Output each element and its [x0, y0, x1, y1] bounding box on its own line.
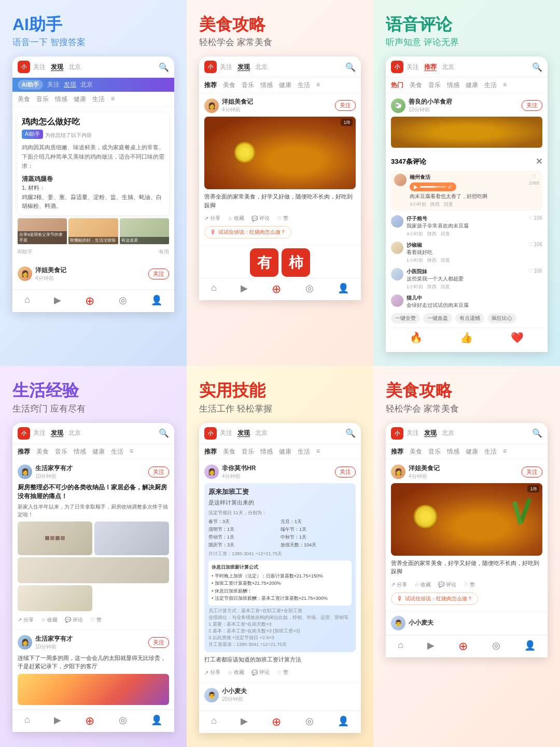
- nav-food-3[interactable]: 美食: [410, 81, 422, 90]
- tab-city-2[interactable]: 北京: [255, 63, 268, 72]
- tab-discover-1[interactable]: 发现: [51, 63, 63, 72]
- nav-play-2[interactable]: ▶: [241, 283, 248, 296]
- action-comment-6[interactable]: 💬 评论: [438, 581, 456, 588]
- follow-btn-3[interactable]: 关注: [522, 100, 542, 111]
- search-icon-2[interactable]: 🔍: [345, 62, 356, 72]
- action-collect-5[interactable]: ☆ 收藏: [228, 669, 244, 676]
- tag-2[interactable]: 有点遗憾: [455, 313, 484, 323]
- nav-food-2[interactable]: 美食: [223, 81, 235, 90]
- nav-home-4[interactable]: ⌂: [24, 714, 30, 728]
- nav-music-6[interactable]: 音乐: [428, 447, 441, 456]
- search-icon-5[interactable]: 🔍: [345, 428, 356, 438]
- nav-profile-6[interactable]: 👤: [524, 640, 536, 653]
- nav-menu-3[interactable]: ≡: [503, 81, 507, 90]
- reaction-fire[interactable]: 🔥: [410, 331, 423, 344]
- nav-add-5[interactable]: ⊕: [272, 715, 281, 729]
- comment-username-0[interactable]: 楠州食活: [410, 174, 526, 181]
- nav-life-4[interactable]: 生活: [111, 447, 123, 456]
- reply-btn-0[interactable]: 回复: [444, 201, 453, 208]
- ai-useful[interactable]: 有用: [159, 248, 169, 256]
- nav-menu-1[interactable]: ≡: [111, 95, 115, 104]
- nav-discover-icon-4[interactable]: ◎: [119, 714, 127, 728]
- action-comment-4[interactable]: 💬 评论: [65, 616, 83, 624]
- nav-discover-icon-6[interactable]: ◎: [492, 640, 500, 653]
- nav-add-6[interactable]: ⊕: [458, 640, 468, 653]
- nav-recommend-5[interactable]: 推荐: [204, 447, 217, 456]
- nav-home-1[interactable]: ⌂: [24, 294, 30, 308]
- thumb-3[interactable]: 有这道菜: [120, 218, 169, 244]
- nav-profile-4[interactable]: 👤: [151, 714, 162, 728]
- nav-music-4[interactable]: 音乐: [55, 447, 67, 456]
- nav-hot-3[interactable]: 热门: [391, 81, 403, 90]
- nav-home-6[interactable]: ⌂: [398, 640, 403, 653]
- nav-food-5[interactable]: 美食: [223, 447, 235, 456]
- tab-follow-3[interactable]: 关注: [407, 63, 419, 72]
- nav-menu-4[interactable]: ≡: [130, 447, 133, 456]
- author-name-3[interactable]: 善良的小羊食府: [409, 97, 452, 106]
- nav-health-2[interactable]: 健康: [279, 81, 291, 90]
- nav-life-5[interactable]: 生活: [298, 447, 310, 456]
- nav-profile-1[interactable]: 👤: [151, 294, 162, 308]
- nav-health-4[interactable]: 健康: [92, 447, 105, 456]
- nav-emotion-1[interactable]: 情感: [55, 95, 67, 104]
- nav-food-1[interactable]: 美食: [18, 95, 30, 104]
- tab-recommend-3[interactable]: 推荐: [424, 63, 437, 72]
- comments-close[interactable]: ✕: [536, 157, 542, 166]
- follow-btn-1[interactable]: 关注: [148, 269, 169, 279]
- nav-life-1[interactable]: 生活: [92, 95, 105, 104]
- action-like-2[interactable]: ♡ 赞: [277, 215, 288, 222]
- nav-emotion-3[interactable]: 情感: [447, 81, 459, 90]
- nav-discover-icon-1[interactable]: ◎: [119, 294, 127, 308]
- author-name-5b[interactable]: 小小麦夫: [222, 687, 247, 696]
- reaction-like[interactable]: 👍: [460, 331, 473, 344]
- search-icon-3[interactable]: 🔍: [532, 62, 542, 72]
- nav-menu-6[interactable]: ≡: [503, 447, 507, 456]
- tab-city-5[interactable]: 北京: [255, 429, 268, 438]
- nav-recommend-2[interactable]: 推荐: [204, 81, 217, 90]
- search-icon-4[interactable]: 🔍: [159, 428, 169, 438]
- nav-health-3[interactable]: 健康: [466, 81, 478, 90]
- nav-discover-icon-2[interactable]: ◎: [305, 283, 314, 296]
- nav-emotion-2[interactable]: 情感: [260, 81, 273, 90]
- ai-tab-active[interactable]: AI助手: [18, 80, 43, 90]
- voice-hint-2[interactable]: 🎙 试试住侦说：红烧肉怎么做？: [204, 226, 291, 238]
- tag-1[interactable]: 一键血盘: [423, 313, 452, 323]
- tab-discover-ai[interactable]: 发现: [64, 80, 76, 89]
- reaction-heart[interactable]: ❤️: [511, 331, 524, 344]
- action-collect-2[interactable]: ☆ 收藏: [228, 215, 244, 222]
- tab-follow-ai[interactable]: 关注: [47, 80, 60, 89]
- tab-discover-6[interactable]: 发现: [424, 429, 437, 438]
- nav-emotion-5[interactable]: 情感: [260, 447, 273, 456]
- nav-life-3[interactable]: 生活: [484, 81, 497, 90]
- action-comment-2[interactable]: 💬 评论: [251, 215, 270, 222]
- action-collect-4[interactable]: ☆ 收藏: [41, 616, 58, 624]
- follow-btn-4b[interactable]: 关注: [148, 637, 169, 648]
- author-name-4b[interactable]: 生活家亨有才: [35, 635, 73, 643]
- tab-city-4[interactable]: 北京: [68, 429, 81, 438]
- nav-discover-icon-5[interactable]: ◎: [305, 715, 314, 729]
- action-share-2[interactable]: ↗ 分享: [204, 215, 220, 222]
- nav-music-5[interactable]: 音乐: [242, 447, 254, 456]
- nav-emotion-6[interactable]: 情感: [447, 447, 459, 456]
- tab-follow-1[interactable]: 关注: [33, 63, 46, 72]
- nav-music-2[interactable]: 音乐: [242, 81, 254, 90]
- tab-discover-4[interactable]: 发现: [51, 429, 63, 438]
- nav-music-3[interactable]: 音乐: [428, 81, 441, 90]
- tab-discover-2[interactable]: 发现: [237, 63, 250, 72]
- author-name-6[interactable]: 洋姐美食记: [409, 464, 440, 473]
- action-like-5[interactable]: ♡ 赞: [277, 669, 288, 676]
- action-share-4[interactable]: ↗ 分享: [18, 616, 34, 624]
- search-icon-1[interactable]: 🔍: [159, 62, 169, 72]
- nav-food-4[interactable]: 美食: [36, 447, 49, 456]
- action-comment-5[interactable]: 💬 评论: [251, 669, 270, 676]
- nav-life-6[interactable]: 生活: [484, 447, 497, 456]
- tab-city-1[interactable]: 北京: [68, 63, 81, 72]
- nav-profile-2[interactable]: 👤: [338, 283, 349, 296]
- author-name-4[interactable]: 生活家亨有才: [35, 464, 73, 473]
- nav-play-6[interactable]: ▶: [427, 640, 435, 653]
- nav-life-2[interactable]: 生活: [298, 81, 310, 90]
- tab-follow-5[interactable]: 关注: [220, 429, 232, 438]
- nav-health-1[interactable]: 健康: [74, 95, 86, 104]
- tab-city-ai[interactable]: 北京: [80, 80, 93, 89]
- tab-follow-6[interactable]: 关注: [407, 429, 419, 438]
